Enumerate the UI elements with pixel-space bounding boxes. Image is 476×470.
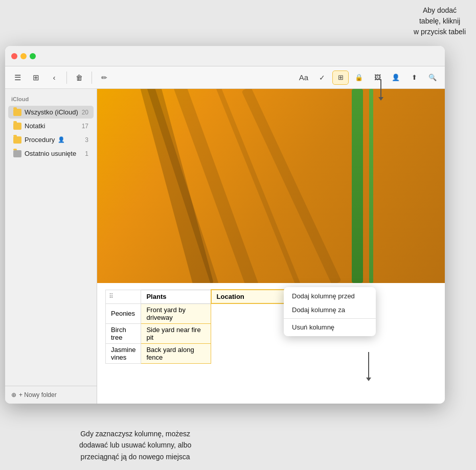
format-icon: Aa — [299, 73, 308, 82]
annotation-bottom-line3: przeciągnąć ją do nowego miejsca — [79, 451, 191, 462]
close-button[interactable] — [11, 53, 17, 59]
sidebar-item-deleted[interactable]: Ostatnio usunięte 1 — [8, 147, 94, 160]
people-icon: 👤 — [392, 74, 400, 81]
photo-icon: 🖼 — [374, 74, 381, 81]
traffic-lights — [11, 53, 36, 59]
search-button[interactable]: 🔍 — [424, 70, 441, 85]
new-folder-icon: ⊕ — [11, 391, 16, 398]
table-button[interactable]: ⊞ — [332, 70, 349, 85]
trash-icon: 🗑 — [76, 74, 83, 82]
folder-icon-notatki — [13, 123, 21, 130]
table-icon: ⊞ — [338, 74, 344, 81]
search-icon: 🔍 — [428, 74, 437, 81]
sidebar-item-procedury-count: 3 — [85, 136, 88, 144]
context-menu-remove[interactable]: Usuń kolumnę — [284, 320, 376, 334]
table-row: Jasmine vines Back yard along fence — [106, 343, 289, 363]
annotation-top-line1: Aby dodać — [414, 5, 466, 16]
cell-location-2[interactable]: Back yard along fence — [141, 343, 211, 363]
data-table: ⠿ Plants Location Peonies Front yard by … — [105, 289, 289, 364]
share-icon: ⬆ — [412, 74, 417, 81]
annotation-top-line3: w przycisk tabeli — [414, 27, 466, 37]
table-handle[interactable]: ⠿ — [106, 290, 141, 303]
person-icon-procedury: 👤 — [58, 136, 65, 143]
cell-plants-0[interactable]: Peonies — [106, 303, 141, 323]
main-content: iCloud Wszystko (iCloud) 20 Notatki 17 P… — [5, 89, 445, 404]
col-plants-header[interactable]: Plants — [141, 290, 211, 303]
titlebar — [5, 46, 445, 66]
sidebar-item-deleted-label: Ostatnio usunięte — [25, 150, 76, 157]
sidebar-item-notatki-count: 17 — [82, 123, 88, 130]
context-menu-separator — [284, 318, 376, 319]
separator-2 — [92, 72, 92, 84]
context-menu-add-before[interactable]: Dodaj kolumnę przed — [284, 289, 376, 303]
context-menu-add-after[interactable]: Dodaj kolumnę za — [284, 303, 376, 317]
callout-arrow-bottom-line — [368, 352, 369, 378]
separator-1 — [66, 72, 67, 84]
cell-plants-2[interactable]: Jasmine vines — [106, 343, 141, 363]
list-view-button[interactable]: ☰ — [9, 70, 26, 85]
minimize-button[interactable] — [20, 53, 27, 59]
photo-area — [97, 89, 445, 283]
sidebar: iCloud Wszystko (iCloud) 20 Notatki 17 P… — [5, 89, 97, 404]
toolbar: ☰ ⊞ ‹ 🗑 ✏ Aa ✓ ⊞ 🔒 🖼 — [5, 66, 445, 89]
sidebar-item-deleted-count: 1 — [85, 150, 88, 157]
note-area: ⠿ Plants Location Peonies Front yard by … — [97, 89, 445, 404]
context-menu: Dodaj kolumnę przed Dodaj kolumnę za Usu… — [284, 287, 376, 336]
sidebar-item-all-count: 20 — [82, 109, 88, 116]
maximize-button[interactable] — [30, 53, 36, 59]
new-folder-button[interactable]: ⊕ + Nowy folder — [5, 386, 97, 404]
sidebar-item-all[interactable]: Wszystko (iCloud) 20 — [8, 106, 94, 119]
grid-icon: ⊞ — [33, 73, 39, 82]
sidebar-item-procedury[interactable]: Procedury 👤 3 — [8, 133, 94, 146]
annotation-top: Aby dodać tabelę, kliknij w przycisk tab… — [414, 5, 466, 37]
lock-icon: 🔒 — [355, 74, 363, 81]
sidebar-item-procedury-label: Procedury — [25, 136, 55, 144]
table-row: Birch tree Side yard near fire pit — [106, 323, 289, 343]
compose-button[interactable]: ✏ — [96, 70, 112, 85]
leaf-main — [352, 89, 363, 283]
check-icon: ✓ — [319, 74, 325, 82]
handle-icon: ⠿ — [109, 293, 114, 300]
annotation-bottom-line1: Gdy zaznaczysz kolumnę, możesz — [79, 428, 191, 439]
sidebar-item-notatki-label: Notatki — [25, 122, 45, 130]
share-people-button[interactable]: 👤 — [388, 70, 404, 85]
table-row: Peonies Front yard by driveway — [106, 303, 289, 323]
grid-view-button[interactable]: ⊞ — [28, 70, 44, 85]
annotation-top-line2: tabelę, kliknij — [414, 16, 466, 27]
callout-arrow-top — [380, 79, 381, 97]
back-button[interactable]: ‹ — [46, 70, 62, 85]
table-area: ⠿ Plants Location Peonies Front yard by … — [97, 283, 445, 370]
list-icon: ☰ — [14, 73, 21, 82]
callout-arrow-bottom-head — [366, 378, 371, 381]
checklist-button[interactable]: ✓ — [314, 70, 330, 85]
photo-button[interactable]: 🖼 — [369, 70, 386, 85]
lock-button[interactable]: 🔒 — [351, 70, 367, 85]
back-icon: ‹ — [53, 73, 56, 82]
share-button[interactable]: ⬆ — [406, 70, 422, 85]
folder-icon-all — [13, 109, 21, 116]
folder-icon-deleted — [13, 150, 21, 157]
sidebar-section-icloud: iCloud — [5, 89, 97, 105]
folder-icon-procedury — [13, 136, 21, 144]
annotation-bottom-line2: dodawać lub usuwać kolumny, albo — [79, 439, 191, 451]
new-folder-label: + Nowy folder — [19, 391, 57, 398]
annotation-bottom: Gdy zaznaczysz kolumnę, możesz dodawać l… — [79, 428, 191, 462]
format-button[interactable]: Aa — [296, 70, 312, 85]
delete-button[interactable]: 🗑 — [71, 70, 87, 85]
sidebar-item-notatki[interactable]: Notatki 17 — [8, 120, 94, 132]
cell-plants-1[interactable]: Birch tree — [106, 323, 141, 343]
sidebar-item-all-label: Wszystko (iCloud) — [25, 108, 78, 116]
col-location-header[interactable]: Location — [211, 290, 289, 303]
compose-icon: ✏ — [101, 74, 107, 82]
cell-location-1[interactable]: Side yard near fire pit — [141, 323, 211, 343]
leaf-thin — [369, 89, 373, 283]
cell-location-0[interactable]: Front yard by driveway — [141, 303, 211, 323]
